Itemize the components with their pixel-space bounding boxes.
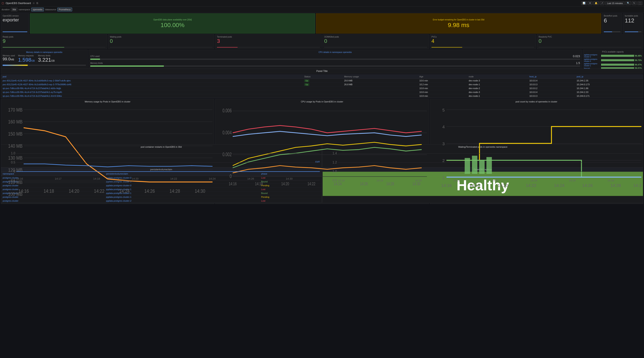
details-row: Memory details in namespace openeebs Mem… [1,50,643,68]
pod-age-0: 10.6 min [418,79,467,83]
burstable-bar [625,32,641,32]
besteffort-label: Besteffort pods [604,15,620,17]
settings-btn[interactable]: ⚙ [588,1,592,5]
pvc-capacity-card: PVCs available capacity pgdata-postgres-… [582,50,643,71]
svg-text:1.0: 1.0 [332,170,337,173]
memory-requests-metric: Memory requests 1.598GB [18,54,35,63]
col-memory: Memory usage [342,74,418,79]
pvc-name-0: pgdata-postgres-cluster-2 [584,54,600,58]
pod-node-0: dev-node-3 [467,79,528,83]
svg-text:14:22: 14:22 [492,179,499,182]
availability-card: OpenEBS data plane availability over [30… [30,13,315,34]
pod-status-2 [302,86,342,90]
pod-podip-4: 10.244.0.171 [575,94,643,98]
share-icon[interactable]: ⎘ [36,2,38,5]
memory-requests-value: 1.598GB [18,57,35,63]
fullscreen-btn[interactable]: ⛶ [637,2,642,5]
pod-hostip-1: 10.0.0.3 [528,83,575,86]
pvc-bars-1 [601,59,634,61]
cpu-used-label: CPU used [90,55,100,58]
prometheus-select[interactable]: Prometheus [57,8,72,11]
pvc-row-2: pgdata-postgres-cluster-1 96.47% [584,63,642,67]
col-hostip[interactable]: host_ip [528,74,575,79]
pvc-pct-0: 96.48% [635,55,642,57]
pod-name-2[interactable]: sjr-pvc-7d8ccc00-f9fc-4cc4-b719-3c237bda… [3,87,61,90]
svg-text:3: 3 [442,142,444,146]
table-row: sjr-pvc-7d8ccc00-f9fc-4cc4-b719-3c237bda… [1,90,643,94]
oomkilled-pods-card: OOMKilled pods 0 [322,34,429,49]
waiting-chart-svg: 1.4 1.2 1.0 0.8 14:18 14:19 14:20 14:21 … [324,149,641,185]
svg-rect-85 [486,157,492,174]
svg-text:14:22: 14:22 [94,188,104,194]
pod-name-3[interactable]: sjr-pvc-7d8ccc00-f9fc-4cc4-b719-3c237bda… [3,91,62,93]
namespace-select[interactable]: openeebs [31,8,44,11]
col-podip[interactable]: pod_ip [575,74,643,79]
svg-text:0: 0 [14,170,15,173]
graph-icon-btn[interactable]: 📊 [581,1,587,5]
svg-text:170 MB: 170 MB [8,107,22,112]
pod-name-0[interactable]: pvc-83121b45-4136-4027-804c-0c2cb06b6fc3… [3,80,71,82]
datasource-label: datasource [45,8,56,11]
restarts-chart-card: pod container restarts in OpenEBS in 30d… [1,144,322,189]
svg-text:14:18: 14:18 [93,178,100,180]
refresh-btn[interactable]: ↻ [632,1,636,5]
waiting-chart-card: Waiting/Terminated pods in openeebs name… [322,144,643,189]
time-range[interactable]: Last 15 minutes [605,2,624,5]
toolbar: duration 30d namespace openeebs datasour… [0,6,644,12]
ready-pods-value: 9 [3,38,106,44]
memory-limits-value: 3.221GB [38,57,54,63]
pod-memory-2 [342,86,418,90]
pod-hostip-0: 10.0.0.4 [528,79,575,83]
pods-stats-row: Ready pods 9 Waiting pods 0 Terminated p… [1,34,643,49]
pod-name-4[interactable]: sjr-pvc-7d8ccc00-f9fc-4cc4-b719-3c237bda… [3,95,62,97]
terminated-pods-value: 3 [217,38,320,44]
pod-count-chart-title: pod count by nodes of openeebs in cluste… [432,100,641,103]
pod-node-2: dev-node-2 [467,86,528,90]
version-card: OpenEBS version exporter [1,13,29,34]
pod-status-0: Up [304,80,309,82]
readonly-pvc-card: Readonly PVC 0 [537,34,643,49]
alert-btn[interactable]: 🔔 [593,1,599,5]
cpu-details-card: CPU details in namespace openeebs CPU us… [88,50,582,71]
pod-status-1: Up [304,83,309,86]
cpu-chart-title: CPU usage by Pods in OpenEBS in cluster [217,100,427,103]
pods-table-body: pvc-83121b45-4136-4027-804c-0c2cb06b6fc3… [1,79,643,98]
pod-name-1[interactable]: pvc-83121b45-4136-4027-804c-0c2cb06b6fc3… [3,83,71,86]
pvc-bars-0 [601,55,634,57]
pod-node-4: dev-node-1 [467,94,528,98]
svg-text:-0.5: -0.5 [10,178,15,182]
table-row: pvc-83121b45-4136-4027-804c-0c2cb06b6fc3… [1,79,643,83]
svg-text:14:22: 14:22 [170,178,177,180]
table-row: sjr-pvc-7d8ccc00-f9fc-4cc4-b719-3c237bda… [1,86,643,90]
col-age: Age [418,74,467,79]
share-btn[interactable]: ↗ [600,1,604,5]
svg-text:14:20: 14:20 [415,179,422,182]
svg-text:160 MB: 160 MB [8,119,22,125]
col-pod[interactable]: pod [1,74,302,79]
svg-text:14:26: 14:26 [247,178,254,180]
col-status: Status [302,74,342,79]
star-icon[interactable]: ☆ [32,2,35,5]
cpu-limits-value: 1.5 [576,62,580,65]
pod-memory-3 [342,90,418,94]
search-btn[interactable]: 🔍 [626,1,631,5]
memory-details-card: Memory details in namespace openeebs Mem… [1,50,88,71]
pod-age-3: 10.8 min [418,90,467,94]
app-logo: ⬡ [2,2,4,5]
pods-data-table: pod Status Memory usage Age node host_ip… [1,74,643,98]
charts-row: Memory usage by Pods in OpenEBS in clust… [1,99,643,144]
burstable-label: burstable pods [625,15,641,17]
error-budget-card: Error budget remaining for OpenEBS in cl… [316,13,601,34]
pvc-rows: pgdata-postgres-cluster-2 96.48% pgdata-… [584,54,642,69]
svg-text:4: 4 [442,124,444,129]
svg-text:14:30: 14:30 [195,188,205,194]
svg-text:14:24: 14:24 [530,179,537,182]
top-stats-row: OpenEBS version exporter OpenEBS data pl… [1,13,643,34]
version-bar [3,32,27,32]
cpu-details-title: CPU details in namespace openeebs [90,51,580,53]
header-title: OpenEBS Dashboard [6,2,31,5]
svg-text:current: current [315,160,320,163]
svg-text:14:18: 14:18 [338,179,344,182]
duration-select[interactable]: 30d [11,8,17,11]
pvc-phase-6: Lost [261,200,266,202]
